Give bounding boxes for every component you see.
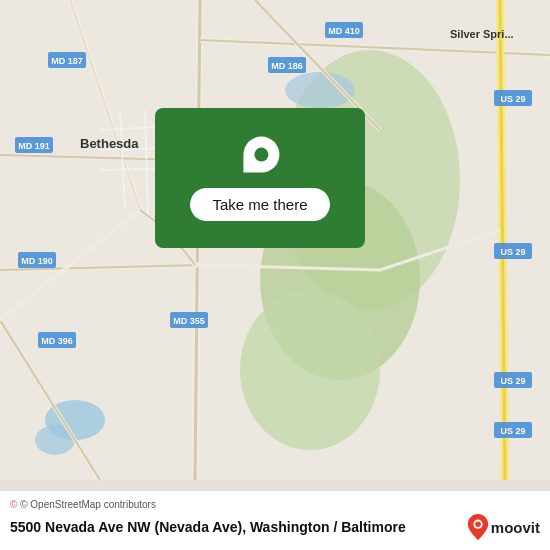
svg-text:US 29: US 29 <box>500 247 525 257</box>
svg-text:MD 187: MD 187 <box>51 56 83 66</box>
svg-point-4 <box>285 72 355 108</box>
svg-text:MD 186: MD 186 <box>271 61 303 71</box>
moovit-text: moovit <box>491 519 540 536</box>
svg-point-3 <box>240 290 380 450</box>
svg-text:MD 410: MD 410 <box>328 26 360 36</box>
info-bar: © © OpenStreetMap contributors 5500 Neva… <box>0 490 550 550</box>
map-background: MD 187 MD 410 MD 186 US 29 MD 191 MD 355… <box>0 0 550 550</box>
osm-credit: © © OpenStreetMap contributors <box>10 499 540 510</box>
svg-text:MD 190: MD 190 <box>21 256 53 266</box>
location-pin-icon <box>243 136 279 172</box>
osm-credit-text: © OpenStreetMap contributors <box>20 499 156 510</box>
osm-logo: © <box>10 499 17 510</box>
svg-text:MD 355: MD 355 <box>173 316 205 326</box>
svg-text:Silver Spri...: Silver Spri... <box>450 28 514 40</box>
take-me-there-button[interactable]: Take me there <box>190 188 329 221</box>
address-text: 5500 Nevada Ave NW (Nevada Ave), Washing… <box>10 519 406 535</box>
svg-point-59 <box>475 521 481 527</box>
action-panel: Take me there <box>155 108 365 248</box>
svg-text:Bethesda: Bethesda <box>80 136 139 151</box>
svg-text:US 29: US 29 <box>500 94 525 104</box>
svg-text:US 29: US 29 <box>500 426 525 436</box>
address-line: 5500 Nevada Ave NW (Nevada Ave), Washing… <box>10 514 540 540</box>
svg-text:US 29: US 29 <box>500 376 525 386</box>
moovit-logo: moovit <box>467 514 540 540</box>
svg-text:MD 396: MD 396 <box>41 336 73 346</box>
moovit-pin-icon <box>467 514 489 540</box>
map-container: MD 187 MD 410 MD 186 US 29 MD 191 MD 355… <box>0 0 550 550</box>
svg-text:MD 191: MD 191 <box>18 141 50 151</box>
